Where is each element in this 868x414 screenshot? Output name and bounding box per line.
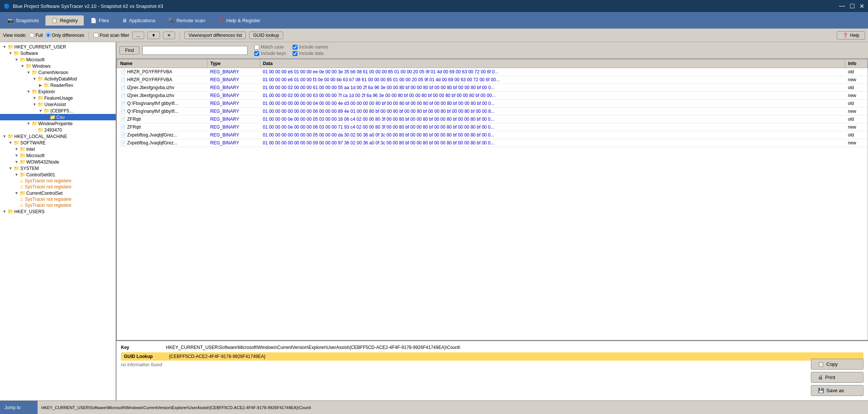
main-layout: ▼ 📁 HKEY_CURRENT_USER ▼ 📁 Software ▼ 📁 M… [0,42,868,400]
tree-item-system[interactable]: ▼ 📁 SYSTEM [0,165,116,171]
tree-item-readerrev[interactable]: ▶ 📁 ReaderRev [0,82,116,88]
include-keys-option[interactable]: Include keys [254,51,286,56]
match-case-checkbox[interactable] [254,45,259,50]
cell-name: 📄Zvpebfbsg.JvaqbjfGrez... [117,139,207,147]
table-row[interactable]: 📄lZjner.Jbexfgngvba.izhvREG_BINARY01 00 … [117,92,868,100]
tree-item-warn2[interactable]: ⚠ SysTracer not registere [0,184,116,190]
tree-item-explorer[interactable]: ▼ 📁 Explorer [0,88,116,95]
radio-full-input[interactable] [29,33,34,38]
tab-remote-scan[interactable]: 🔌 Remote scan [162,15,211,26]
help-button[interactable]: ❓ Help [837,31,865,39]
filter-button[interactable]: ▼ [147,32,160,39]
print-button[interactable]: 🖨 Print [811,372,863,383]
tree-item-warn4[interactable]: ⚠ SysTracer not registere [0,202,116,208]
tree-item-software[interactable]: ▼ 📁 Software [0,50,116,56]
close-button[interactable]: ✕ [859,3,864,10]
tab-help[interactable]: ❓ Help & Register [212,15,266,26]
tree-item-windows[interactable]: ▼ 📁 Windows [0,63,116,69]
tree-item-warn1[interactable]: ⚠ SysTracer not registere [0,178,116,184]
tree-item-currentcontrolset[interactable]: ▼ 📁 CurrentControlSet [0,190,116,196]
table-row[interactable]: 📄ZFRqtrREG_BINARY01 00 00 00 0e 00 00 00… [117,123,868,131]
help-btn-icon: ❓ [842,33,848,38]
tree-item-hkcu[interactable]: ▼ 📁 HKEY_CURRENT_USER [0,44,116,50]
dots-button[interactable]: ... [132,32,144,39]
cell-type: REG_BINARY [207,123,260,131]
include-keys-checkbox[interactable] [254,51,259,56]
tree-label-hkcu: HKEY_CURRENT_USER [14,44,66,50]
tree-item-software2[interactable]: ▼ 📁 SOFTWARE [0,140,116,146]
post-scan-filter-label[interactable]: Post scan filter [94,33,129,38]
include-names-checkbox[interactable] [293,45,297,50]
find-button[interactable]: Find [119,46,139,55]
table-row[interactable]: 📄HRZR_PGYFRFFVBAREG_BINARY01 00 00 00 e6… [117,68,868,76]
tree-label-warn4: SysTracer not registere [25,203,71,208]
tree-item-intel[interactable]: ▼ 📁 Intel [0,146,116,152]
tree-item-2493470[interactable]: 📁 2493470 [0,127,116,133]
tree-item-warn3[interactable]: ⚠ SysTracer not registere [0,196,116,202]
table-row[interactable]: 📄Q:\Fbsg\nanylfvf gbby\fl...REG_BINARY01… [117,100,868,108]
tree-item-cebff5[interactable]: ▼ 📁 {CEBFF5... [0,108,116,114]
folder-icon-2493470: 📁 [38,127,44,133]
tree-label-microsoft2: Microsoft [26,153,45,158]
table-row[interactable]: 📄HRZR_PGYFRFFVBAREG_BINARY01 00 00 00 e6… [117,76,868,84]
tree-item-featureusage[interactable]: ▼ 📁 FeatureUsage [0,95,116,101]
tree-item-userassist[interactable]: ▼ 📁 UserAssist [0,101,116,108]
reg-icon: 📄 [120,101,126,106]
include-data-checkbox[interactable] [293,51,297,56]
table-row[interactable]: 📄Zvpebfbsg.JvaqbjfGrez...REG_BINARY01 00… [117,139,868,147]
cell-info: old [845,68,868,76]
expand-icon-controlset001: ▼ [14,173,20,177]
view-export-button[interactable]: View\export differences list [184,32,246,39]
table-row[interactable]: 📄ZFRqtrREG_BINARY01 00 00 00 0e 00 00 00… [117,115,868,123]
radio-diff-input[interactable] [46,33,51,38]
cell-type: REG_BINARY [207,100,260,108]
tree-item-count[interactable]: 📁 Cou [0,114,116,120]
tree-item-windowprop[interactable]: ▼ 📁 WindowPropertie [0,120,116,127]
expand-icon-windows: ▼ [20,64,26,68]
match-case-label: Match case [261,44,284,50]
cell-name: 📄Q:\Fbsg\nanylfvf gbby\fl... [117,108,207,115]
jump-to-button[interactable]: Jump to [0,401,38,414]
tab-applications[interactable]: 🖥 Applications [116,15,162,26]
title-bar-controls: — ☐ ✕ [839,3,864,10]
clear-filter-button[interactable]: ✕ [163,32,175,39]
action-buttons: 📋 Copy 🖨 Print 💾 Save as [811,359,863,396]
tree-item-microsoft2[interactable]: ▼ 📁 Microsoft [0,152,116,159]
minimize-button[interactable]: — [839,3,845,10]
save-as-button[interactable]: 💾 Save as [811,385,863,396]
copy-button[interactable]: 📋 Copy [811,359,863,370]
tab-files[interactable]: 📄 Files [85,15,115,26]
status-path: HKEY_CURRENT_USER\Software\Microsoft\Win… [38,405,315,410]
include-data-label: Include data [299,51,323,56]
match-case-option[interactable]: Match case [254,44,286,50]
table-row[interactable]: 📄Zvpebfbsg.JvaqbjfGrez...REG_BINARY01 00… [117,131,868,139]
find-input[interactable] [142,46,248,55]
tree-item-hklm[interactable]: ▼ 📁 HKEY_LOCAL_MACHINE [0,133,116,140]
tab-snapshots-label: Snapshots [16,18,39,23]
post-scan-filter-checkbox[interactable] [94,33,98,38]
copy-label: Copy [826,361,838,367]
maximize-button[interactable]: ☐ [850,3,855,10]
table-row[interactable]: 📄lZjner.Jbexfgngvba.izhvREG_BINARY01 00 … [117,84,868,92]
tree-item-microsoft[interactable]: ▼ 📁 Microsoft [0,56,116,63]
tab-snapshots[interactable]: 📷 Snapshots [2,15,45,26]
cell-name: 📄ZFRqtr [117,123,207,131]
guid-lookup-button[interactable]: GUID lookup [249,32,283,39]
radio-diff[interactable]: Only differences [46,33,85,38]
tree-label-wow: WOW6432Node [26,159,59,165]
folder-icon-intel: 📁 [20,146,26,152]
folder-icon-activitydata: 📁 [38,76,44,82]
tree-item-activitydata[interactable]: ▼ 📁 ActivityDataMod [0,76,116,82]
tree-item-currentversion[interactable]: ▼ 📁 CurrentVersion [0,69,116,76]
include-data-option[interactable]: Include data [293,51,328,56]
tree-label-windows: Windows [32,64,51,69]
tree-item-hku[interactable]: ▼ 📁 HKEY_USERS [0,208,116,215]
expand-icon-currentcontrolset: ▼ [14,191,20,195]
tab-registry[interactable]: 📋 Registry [45,15,84,26]
radio-full[interactable]: Full [29,33,42,38]
table-row[interactable]: 📄Q:\Fbsg\nanylfvf gbby\fl...REG_BINARY01… [117,108,868,115]
tree-item-wow[interactable]: ▼ 📁 WOW6432Node [0,159,116,165]
include-names-option[interactable]: Include names [293,44,328,50]
tab-registry-label: Registry [60,18,78,23]
tree-item-controlset001[interactable]: ▼ 📁 ControlSet001 [0,171,116,178]
